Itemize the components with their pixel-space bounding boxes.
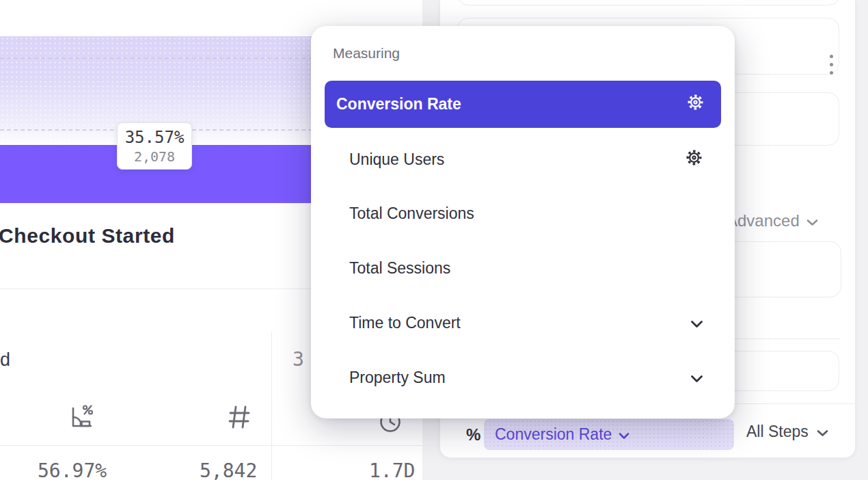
gear-icon[interactable]: [685, 148, 703, 171]
advanced-label: Advanced: [727, 211, 800, 230]
chevron-down-icon: [690, 369, 703, 387]
menu-item-label: Total Sessions: [349, 259, 450, 278]
metric-time-to-convert: 1.7D: [369, 459, 415, 480]
measuring-selector-chip[interactable]: Conversion Rate: [484, 419, 734, 450]
table-column-divider: [271, 332, 272, 480]
advanced-toggle[interactable]: Advanced: [727, 211, 818, 230]
metric-count: 5,842: [200, 459, 257, 480]
percent-icon: %: [466, 425, 480, 444]
metric-conversion-rate: 56.97%: [38, 459, 107, 480]
step-card[interactable]: [457, 0, 840, 5]
table-row-divider: [0, 445, 422, 446]
chevron-down-icon: [817, 423, 828, 441]
gear-icon[interactable]: [686, 93, 705, 116]
measuring-dropdown-menu: Measuring Conversion Rate Unique Users: [311, 26, 735, 418]
menu-item-label: Property Sum: [349, 369, 446, 387]
chevron-down-icon: [690, 314, 703, 332]
table-step-label: d: [0, 349, 10, 371]
menu-item-total-conversions[interactable]: Total Conversions: [325, 192, 721, 235]
funnel-report-screen: 35.57% 2,078 Checkout Started d 3: [0, 0, 868, 480]
menu-item-time-to-convert[interactable]: Time to Convert: [325, 302, 721, 344]
menu-item-conversion-rate[interactable]: Conversion Rate: [325, 81, 721, 128]
tooltip-count: 2,078: [134, 148, 175, 165]
menu-item-label: Time to Convert: [349, 314, 461, 332]
chart-tooltip: 35.57% 2,078: [117, 122, 192, 170]
tooltip-conversion-rate: 35.57%: [125, 128, 185, 147]
menu-item-label: Total Conversions: [349, 204, 474, 223]
steps-selector-label: All Steps: [746, 423, 809, 441]
measuring-chip-label: Conversion Rate: [495, 425, 612, 444]
kebab-menu-icon[interactable]: [828, 55, 834, 75]
count-icon[interactable]: [228, 405, 250, 432]
menu-item-label: Unique Users: [349, 150, 444, 169]
conversion-rate-icon[interactable]: [69, 403, 94, 434]
chevron-down-icon: [806, 211, 818, 230]
table-step-number: 3: [293, 348, 304, 371]
step-title: Checkout Started: [0, 224, 175, 248]
menu-item-unique-users[interactable]: Unique Users: [325, 138, 721, 181]
menu-section-label: Measuring: [333, 45, 400, 62]
menu-item-property-sum[interactable]: Property Sum: [325, 356, 721, 399]
menu-item-label: Conversion Rate: [336, 95, 461, 114]
menu-item-total-sessions[interactable]: Total Sessions: [325, 247, 721, 289]
steps-selector[interactable]: All Steps: [746, 423, 828, 441]
chevron-down-icon: [619, 425, 629, 444]
